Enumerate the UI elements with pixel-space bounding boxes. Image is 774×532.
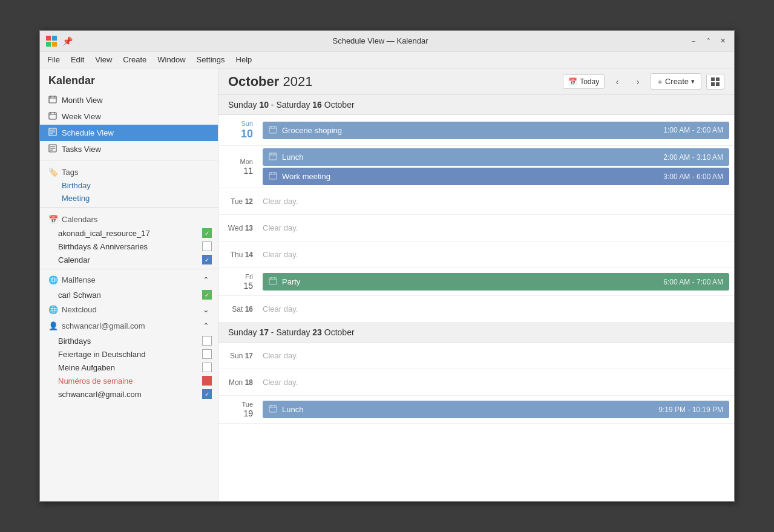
calendar-numeros[interactable]: Numéros de semaine [40,374,218,387]
tag-birthday[interactable]: Birthday [40,179,218,192]
maximize-button[interactable]: ⌃ [701,34,715,48]
account-schwancarl[interactable]: 👤 schwancarl@gmail.com ⌃ [40,318,218,334]
svg-rect-3 [52,42,57,47]
calendar-checkbox-meine[interactable] [202,363,212,372]
calendar-birthdays[interactable]: Birthdays [40,334,218,347]
svg-rect-36 [269,278,277,284]
menu-edit[interactable]: Edit [66,54,89,65]
calendar-carl-schwan[interactable]: carl Schwan ✓ [40,288,218,301]
day-label-sun-17: Sun 17 [218,343,258,369]
mailfense-toggle[interactable]: ⌃ [203,275,209,284]
clear-day-wed-13: Clear day. [263,221,729,235]
svg-rect-23 [716,82,720,86]
day-row-sat-16: Sat 16 Clear day. [218,296,734,323]
calendar-schwancarl-gmail[interactable]: schwancarl@gmail.com ✓ [40,387,218,401]
clear-day-sun-17: Clear day. [263,349,729,363]
calendar-birthdays-anniversaries[interactable]: Birthdays & Anniversaries [40,240,218,253]
calendar-checkbox-calendar[interactable]: ✓ [202,255,212,264]
calendar-name-numeros: Numéros de semaine [58,376,133,386]
event-time-grocerie: 1:00 AM - 2:00 AM [663,126,723,134]
event-time-work-meeting: 3:00 AM - 6:00 AM [663,172,723,181]
close-button[interactable]: ✕ [716,34,729,48]
today-button[interactable]: 📅 Today [563,74,605,89]
svg-rect-1 [52,36,57,41]
menu-settings[interactable]: Settings [192,54,230,65]
calendar-section-icon: 📅 [48,215,58,224]
calendar-checkbox-birthdays2[interactable] [202,336,212,346]
day-label-thu-14: Thu 14 [218,241,258,268]
toolbar-month: October 2021 [228,74,558,90]
calendar-calendar[interactable]: Calendar ✓ [40,253,218,266]
day-row-sun-17: Sun 17 Clear day. [218,343,734,369]
tag-icon: 🏷️ [48,168,58,177]
svg-rect-28 [269,153,277,160]
minimize-button[interactable]: − [687,34,700,48]
menu-view[interactable]: View [90,54,117,65]
event-party[interactable]: Party 6:00 AM - 7:00 AM [263,273,729,291]
sidebar-item-week-view[interactable]: Week View [40,108,218,125]
day-events-thu-14: Clear day. [258,241,734,268]
calendar-name-carl-schwan: carl Schwan [58,291,101,300]
day-label-tue-12: Tue 12 [218,188,258,214]
day-events-mon-11: Lunch 2:00 AM - 3:10 AM [258,146,734,188]
nextcloud-toggle[interactable]: ⌄ [203,305,209,314]
schwancarl-icon: 👤 [48,321,58,330]
svg-rect-22 [711,82,715,86]
clear-day-tue-12: Clear day. [263,194,729,208]
next-arrow[interactable]: › [630,74,646,90]
event-lunch-19[interactable]: Lunch 9:19 PM - 10:19 PM [263,401,729,418]
today-label: Today [580,77,599,86]
calendar-feiertage[interactable]: Feiertage in Deutschland [40,347,218,361]
calendar-checkbox-carl-schwan[interactable]: ✓ [202,290,212,300]
menu-window[interactable]: Window [153,54,190,65]
clear-day-thu-14: Clear day. [263,248,729,261]
event-title-grocerie: Grocerie shoping [282,126,658,135]
event-title-lunch-19: Lunch [282,405,654,414]
calendar-akonadi[interactable]: akonadi_ical_resource_17 ✓ [40,226,218,240]
menu-help[interactable]: Help [231,54,257,65]
day-row-wed-13: Wed 13 Clear day. [218,215,734,241]
account-nextcloud[interactable]: 🌐 Nextcloud ⌄ [40,301,218,318]
tag-meeting[interactable]: Meeting [40,192,218,205]
event-lunch-11[interactable]: Lunch 2:00 AM - 3:10 AM [263,148,729,166]
day-events-fri-15: Party 6:00 AM - 7:00 AM [258,268,734,295]
svg-rect-2 [46,42,51,47]
account-mailfense[interactable]: 🌐 Mailfense ⌃ [40,272,218,288]
svg-rect-32 [269,172,277,179]
calendar-checkbox-numeros[interactable] [202,376,212,386]
menu-file[interactable]: File [42,54,65,65]
toolbar: October 2021 📅 Today ‹ › + Create ▾ [218,68,734,95]
menu-create[interactable]: Create [118,54,151,65]
day-events-tue-12: Clear day. [258,188,734,214]
mailfense-icon: 🌐 [48,275,58,284]
calendar-meine[interactable]: Meine Aufgaben [40,361,218,374]
calendar-checkbox-schwancarl-gmail[interactable]: ✓ [202,389,212,399]
week-header-1: Sunday 10 - Saturday 16 October [218,95,734,115]
event-icon-party [269,277,277,287]
prev-arrow[interactable]: ‹ [609,74,625,90]
create-button[interactable]: + Create ▾ [651,73,701,90]
calendar-checkbox-akonadi[interactable]: ✓ [202,228,212,238]
app-icon [45,34,58,48]
calendar-checkbox-birthdays[interactable] [202,241,212,251]
tasks-view-label: Tasks View [62,145,101,154]
schwancarl-toggle[interactable]: ⌃ [203,321,209,330]
svg-rect-4 [49,96,56,103]
event-time-lunch-19: 9:19 PM - 10:19 PM [658,406,723,414]
calendar-name-feiertage: Feiertage in Deutschland [58,350,146,359]
day-events-tue-19: Lunch 9:19 PM - 10:19 PM [258,396,734,423]
schedule-view-label: Schedule View [62,128,114,137]
day-label-wed-13: Wed 13 [218,215,258,241]
day-label-mon-18: Mon 18 [218,369,258,395]
today-icon: 📅 [568,77,577,86]
schedule-content: Sunday 10 - Saturday 16 October Sun 10 [218,95,734,501]
event-work-meeting[interactable]: Work meeting 3:00 AM - 6:00 AM [263,168,729,185]
sidebar-item-tasks-view[interactable]: Tasks View [40,141,218,157]
day-events-wed-13: Clear day. [258,215,734,241]
sidebar-item-month-view[interactable]: Month View [40,92,218,108]
sidebar-item-schedule-view[interactable]: Schedule View [40,125,218,141]
calendar-checkbox-feiertage[interactable] [202,349,212,359]
view-toggle-button[interactable] [706,74,724,90]
event-grocerie-shoping[interactable]: Grocerie shoping 1:00 AM - 2:00 AM [263,122,729,139]
month-view-label: Month View [62,96,103,105]
